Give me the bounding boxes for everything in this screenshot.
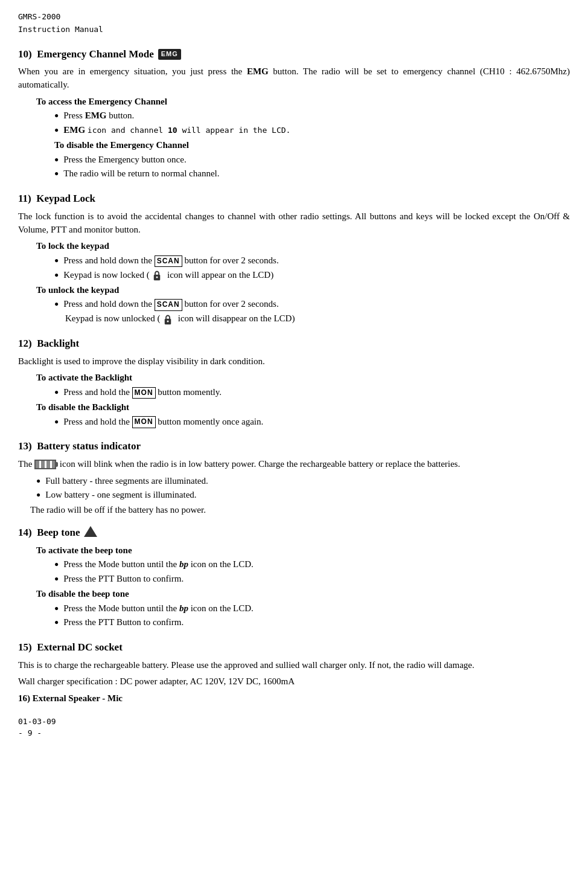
battery-bullets: Full battery - three segments are illumi… bbox=[36, 475, 570, 502]
beep-tone-icon bbox=[84, 526, 97, 537]
section-10-bullets: Press EMG button. EMG icon and channel 1… bbox=[54, 109, 570, 137]
emg-badge: EMG bbox=[158, 49, 181, 60]
list-item: Press the Mode button until the bp icon … bbox=[54, 558, 570, 571]
model-number: GMRS-2000 bbox=[18, 11, 570, 24]
disable-emergency-bullets: Press the Emergency button once. The rad… bbox=[54, 153, 570, 181]
list-item: Press the PTT Button to confirm. bbox=[54, 573, 570, 586]
svg-point-1 bbox=[156, 277, 158, 278]
manual-title: Instruction Manual bbox=[18, 24, 570, 36]
wall-charger-spec: Wall charger specification : DC power ad… bbox=[18, 675, 570, 689]
activate-backlight-heading: To activate the Backlight bbox=[36, 371, 570, 385]
section-15-heading: 15) External DC socket bbox=[18, 640, 570, 655]
footer: 01-03-09 - 9 - bbox=[18, 716, 570, 739]
lock-keypad-bullets: Press and hold down the SCAN button for … bbox=[54, 254, 570, 282]
list-item: Press the PTT Button to confirm. bbox=[54, 616, 570, 629]
section-11-body: The lock function is to avoid the accide… bbox=[18, 210, 570, 237]
access-emergency-heading: To access the Emergency Channel bbox=[36, 95, 570, 109]
list-item: The radio will be return to normal chann… bbox=[54, 167, 570, 181]
footer-date: 01-03-09 bbox=[18, 716, 570, 728]
disable-backlight-bullets: Press and hold the MON button momently o… bbox=[54, 416, 570, 429]
section-13-body: The icon will blink when the radio is in… bbox=[18, 458, 570, 471]
lock-icon-unlock bbox=[164, 314, 172, 325]
section-13-num: 13) Battery status indicator bbox=[18, 439, 141, 454]
section-10-heading: 10) Emergency Channel Mode EMG bbox=[18, 47, 570, 62]
battery-note: The radio will be off if the battery has… bbox=[30, 504, 570, 517]
section-16-inline: 16) External Speaker - Mic bbox=[18, 692, 570, 705]
list-item: Press and hold down the SCAN button for … bbox=[54, 298, 570, 311]
lock-icon bbox=[153, 270, 161, 281]
unlock-keypad-bullets: Press and hold down the SCAN button for … bbox=[54, 298, 570, 326]
list-item: Press and hold the MON button momently. bbox=[54, 386, 570, 399]
list-item: EMG icon and channel 10 will appear in t… bbox=[54, 124, 570, 137]
section-14-heading: 14) Beep tone bbox=[18, 525, 570, 541]
section-15-body: This is to charge the rechargeable batte… bbox=[18, 659, 570, 672]
disable-emergency-heading: To disable the Emergency Channel bbox=[54, 139, 570, 152]
section-12-heading: 12) Backlight bbox=[18, 336, 570, 352]
section-11-heading: 11) Keypad Lock bbox=[18, 191, 570, 207]
activate-beep-heading: To activate the beep tone bbox=[36, 544, 570, 557]
battery-icon bbox=[34, 460, 56, 469]
list-item: Press and hold the MON button momently o… bbox=[54, 416, 570, 429]
document-header: GMRS-2000 Instruction Manual bbox=[18, 11, 570, 36]
list-item: Full battery - three segments are illumi… bbox=[36, 475, 570, 488]
unlock-note: Keypad is now unlocked ( icon will disap… bbox=[65, 312, 570, 326]
list-item: Press the Emergency button once. bbox=[54, 153, 570, 167]
section-10-body: When you are in emergency situation, you… bbox=[18, 65, 570, 92]
unlock-keypad-heading: To unlock the keypad bbox=[36, 284, 570, 297]
section-11-num: 11) Keypad Lock bbox=[18, 191, 95, 207]
section-12-body: Backlight is used to improve the display… bbox=[18, 355, 570, 368]
section-12-num: 12) Backlight bbox=[18, 336, 79, 352]
disable-beep-heading: To disable the beep tone bbox=[36, 588, 570, 601]
section-15-num: 15) External DC socket bbox=[18, 640, 123, 655]
disable-backlight-heading: To disable the Backlight bbox=[36, 401, 570, 414]
section-10-num: 10) Emergency Channel Mode bbox=[18, 47, 154, 62]
activate-beep-bullets: Press the Mode button until the bp icon … bbox=[54, 558, 570, 586]
list-item: Low battery - one segment is illuminated… bbox=[36, 489, 570, 502]
section-14-num: 14) Beep tone bbox=[18, 525, 80, 541]
disable-beep-bullets: Press the Mode button until the bp icon … bbox=[54, 602, 570, 630]
footer-page: - 9 - bbox=[18, 728, 570, 739]
section-13-heading: 13) Battery status indicator bbox=[18, 439, 570, 454]
activate-backlight-bullets: Press and hold the MON button momently. bbox=[54, 386, 570, 399]
list-item: Press the Mode button until the bp icon … bbox=[54, 602, 570, 615]
lock-keypad-heading: To lock the keypad bbox=[36, 240, 570, 253]
list-item: Keypad is now locked ( icon will appear … bbox=[54, 269, 570, 282]
list-item: Press and hold down the SCAN button for … bbox=[54, 254, 570, 268]
list-item: Press EMG button. bbox=[54, 109, 570, 123]
svg-point-3 bbox=[167, 320, 169, 322]
